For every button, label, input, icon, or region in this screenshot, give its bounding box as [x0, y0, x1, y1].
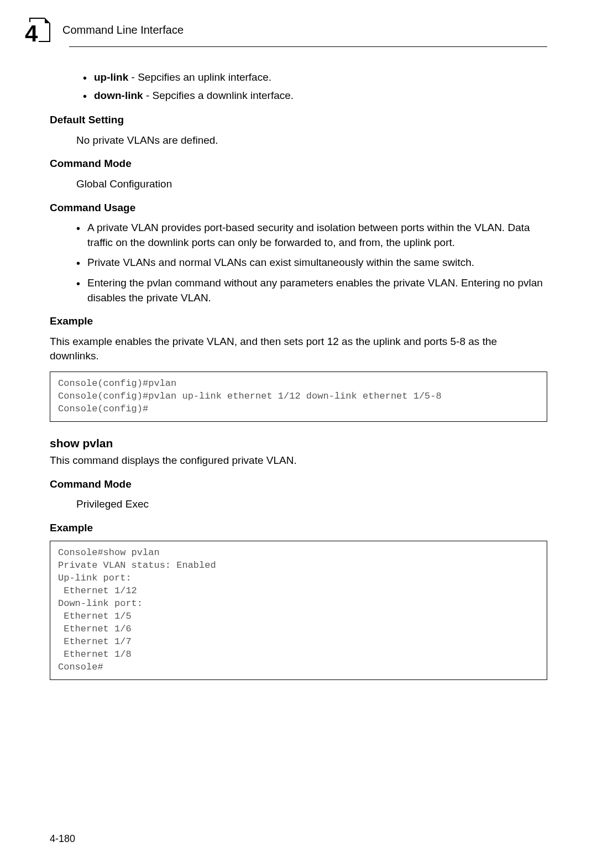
page-header: 4 Command Line Interface	[50, 17, 547, 43]
example-heading-2: Example	[50, 521, 547, 536]
param-label-uplink: up-link	[94, 71, 128, 83]
list-item: up-link - Sepcifies an uplink interface.	[83, 70, 547, 85]
param-label-downlink: down-link	[94, 90, 143, 101]
list-item: A private VLAN provides port-based secur…	[76, 221, 547, 250]
chapter-number: 4	[25, 22, 39, 45]
example-heading-1: Example	[50, 314, 547, 329]
default-setting-heading: Default Setting	[50, 113, 547, 128]
command-usage-list: A private VLAN provides port-based secur…	[76, 221, 547, 305]
code-block-2: Console#show pvlan Private VLAN status: …	[50, 541, 547, 679]
list-item: Entering the pvlan command without any p…	[76, 276, 547, 305]
show-pvlan-title: show pvlan	[50, 435, 547, 451]
chapter-badge-icon: 4	[25, 17, 57, 43]
page-content: up-link - Sepcifies an uplink interface.…	[50, 70, 547, 680]
show-pvlan-desc: This command displays the configured pri…	[50, 453, 547, 468]
code-block-1: Console(config)#pvlan Console(config)#pv…	[50, 372, 547, 422]
command-usage-heading: Command Usage	[50, 201, 547, 216]
command-mode-heading-1: Command Mode	[50, 156, 547, 171]
param-desc-downlink: - Sepcifies a downlink interface.	[143, 90, 294, 101]
parameter-list: up-link - Sepcifies an uplink interface.…	[83, 70, 547, 103]
example-intro-1: This example enables the private VLAN, a…	[50, 334, 547, 364]
list-item: Private VLANs and normal VLANs can exist…	[76, 255, 547, 270]
command-mode-text-2: Privileged Exec	[76, 497, 547, 512]
command-mode-text-1: Global Configuration	[76, 177, 547, 192]
header-title: Command Line Interface	[62, 22, 184, 38]
list-item: down-link - Sepcifies a downlink interfa…	[83, 88, 547, 103]
header-divider	[69, 46, 547, 47]
param-desc-uplink: - Sepcifies an uplink interface.	[128, 71, 271, 83]
command-mode-heading-2: Command Mode	[50, 477, 547, 492]
default-setting-text: No private VLANs are defined.	[76, 133, 547, 148]
page-number: 4-180	[50, 832, 75, 846]
